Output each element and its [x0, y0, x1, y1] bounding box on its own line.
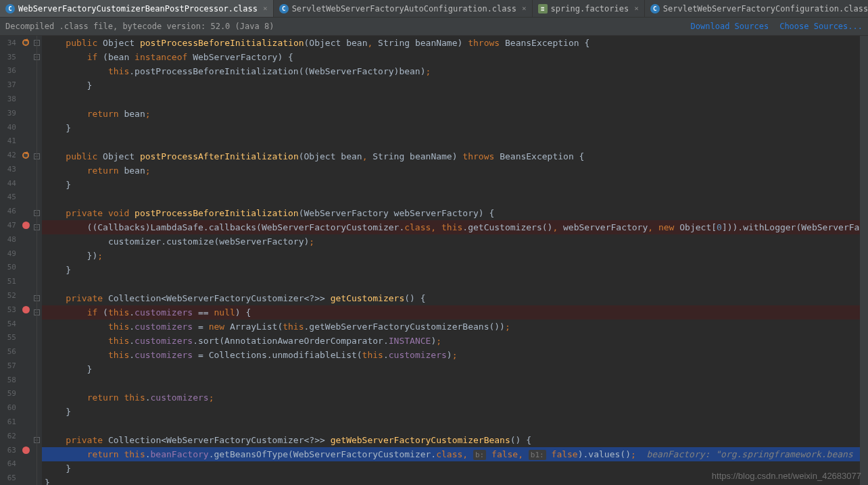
line-number: 44: [0, 179, 19, 188]
fold-column: −−−−−−−−: [32, 36, 42, 485]
line-number: 53: [0, 305, 19, 314]
code-line[interactable]: public Object postProcessAfterInitializa…: [42, 149, 860, 163]
code-line[interactable]: if (this.customizers == null) {: [42, 305, 860, 320]
code-area[interactable]: public Object postProcessBeforeInitializ…: [42, 36, 860, 485]
code-line[interactable]: return bean;: [42, 107, 860, 121]
code-line[interactable]: private void postProcessBeforeInitializa…: [42, 206, 860, 220]
line-number: 47: [0, 221, 19, 230]
vertical-scrollbar[interactable]: [860, 36, 868, 485]
breakpoint-icon[interactable]: [22, 446, 30, 454]
tab-label: spring.factories: [551, 4, 629, 14]
code-line[interactable]: this.customizers = new ArrayList(this.ge…: [42, 320, 860, 334]
breakpoint-icon[interactable]: [22, 222, 30, 229]
class-file-icon: C: [650, 4, 660, 14]
code-line[interactable]: [42, 93, 860, 107]
line-number: 56: [0, 347, 19, 356]
code-line[interactable]: this.postProcessBeforeInitialization((We…: [42, 64, 860, 78]
line-number: 51: [0, 277, 19, 286]
code-line[interactable]: this.customizers = Collections.unmodifia…: [42, 348, 860, 362]
line-number: 36: [0, 66, 19, 75]
line-number: 38: [0, 95, 19, 103]
download-sources-link[interactable]: Download Sources: [691, 22, 769, 31]
code-line[interactable]: this.customizers.sort(AnnotationAwareOrd…: [42, 334, 860, 348]
line-number: 49: [0, 249, 19, 258]
code-line[interactable]: if (bean instanceof WebServerFactory) {: [42, 50, 860, 64]
decompile-info-bar: Decompiled .class file, bytecode version…: [0, 18, 868, 36]
code-line[interactable]: [42, 376, 860, 390]
line-number: 64: [0, 459, 19, 468]
code-line[interactable]: });: [42, 249, 860, 263]
code-line[interactable]: return this.customizers;: [42, 390, 860, 405]
line-number: 58: [0, 376, 19, 384]
code-line[interactable]: }: [42, 362, 860, 376]
line-number: 59: [0, 389, 19, 398]
line-number: 54: [0, 320, 19, 328]
code-editor: 3435363738394041424344454647484950515253…: [0, 36, 868, 485]
code-line[interactable]: }: [42, 121, 860, 135]
tab-label: WebServerFactoryCustomizerBeanPostProces…: [18, 4, 258, 14]
file-icon: ≡: [538, 4, 548, 14]
code-line[interactable]: public Object postProcessBeforeInitializ…: [42, 36, 860, 50]
line-number: 48: [0, 235, 19, 244]
line-number: 65: [0, 474, 19, 482]
decompile-info-text: Decompiled .class file, bytecode version…: [5, 22, 274, 31]
editor-tab[interactable]: ≡spring.factories×: [533, 0, 645, 17]
code-line[interactable]: ((Callbacks)LambdaSafe.callbacks(WebServ…: [42, 220, 860, 234]
line-number: 39: [0, 109, 19, 118]
class-file-icon: C: [279, 4, 289, 14]
code-line[interactable]: [42, 419, 860, 433]
code-line[interactable]: return bean;: [42, 163, 860, 178]
code-line[interactable]: [42, 135, 860, 149]
code-line[interactable]: return this.beanFactory.getBeansOfType(W…: [42, 447, 860, 461]
breakpoint-icon[interactable]: [22, 306, 30, 313]
editor-tab[interactable]: CServletWebServerFactoryConfiguration.cl…: [645, 0, 868, 17]
choose-sources-link[interactable]: Choose Sources...: [779, 22, 863, 31]
editor-tab[interactable]: CWebServerFactoryCustomizerBeanPostProce…: [0, 0, 274, 17]
override-method-icon[interactable]: [22, 39, 29, 46]
line-number: 57: [0, 361, 19, 370]
code-line[interactable]: }: [42, 405, 860, 419]
line-number: 43: [0, 165, 19, 174]
line-gutter: 3435363738394041424344454647484950515253…: [0, 36, 32, 485]
editor-tab[interactable]: CServletWebServerFactoryAutoConfiguratio…: [274, 0, 533, 17]
class-file-icon: C: [5, 4, 15, 14]
line-number: 63: [0, 446, 19, 455]
close-icon[interactable]: ×: [263, 4, 268, 13]
line-number: 37: [0, 80, 19, 89]
line-number: 34: [0, 39, 19, 47]
line-number: 45: [0, 193, 19, 201]
override-method-icon[interactable]: [22, 152, 29, 159]
line-number: 41: [0, 136, 19, 145]
tab-label: ServletWebServerFactoryConfiguration.cla…: [663, 4, 868, 14]
editor-tabs: CWebServerFactoryCustomizerBeanPostProce…: [0, 0, 868, 18]
tab-label: ServletWebServerFactoryAutoConfiguration…: [292, 4, 516, 14]
line-number: 52: [0, 291, 19, 300]
code-line[interactable]: [42, 192, 860, 206]
line-number: 55: [0, 333, 19, 342]
line-number: 35: [0, 53, 19, 61]
watermark-text: https://blog.csdn.net/weixin_42683077: [712, 471, 861, 481]
line-number: 42: [0, 151, 19, 159]
line-number: 61: [0, 417, 19, 426]
line-number: 60: [0, 403, 19, 412]
code-line[interactable]: }: [42, 78, 860, 93]
close-icon[interactable]: ×: [522, 4, 527, 13]
line-number: 50: [0, 263, 19, 272]
code-line[interactable]: }: [42, 263, 860, 277]
code-line[interactable]: private Collection<WebServerFactoryCusto…: [42, 433, 860, 447]
code-line[interactable]: [42, 277, 860, 291]
line-number: 46: [0, 207, 19, 215]
code-line[interactable]: }: [42, 178, 860, 192]
line-number: 62: [0, 432, 19, 440]
code-line[interactable]: customizer.customize(webServerFactory);: [42, 234, 860, 249]
line-number: 40: [0, 123, 19, 132]
code-line[interactable]: private Collection<WebServerFactoryCusto…: [42, 291, 860, 305]
close-icon[interactable]: ×: [634, 4, 639, 13]
